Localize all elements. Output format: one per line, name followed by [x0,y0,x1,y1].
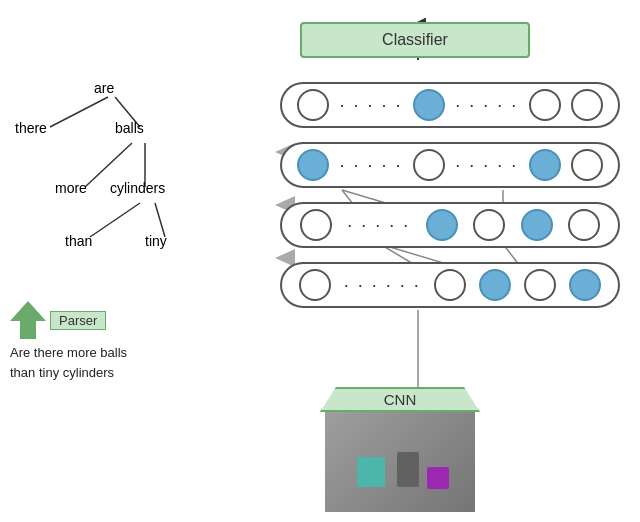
rnn-circle-2 [529,89,561,121]
rnn-circle-b1 [297,149,329,181]
rnn-dots-4: · · · · · [455,155,518,176]
rnn-circle-9 [299,269,331,301]
svg-line-18 [155,203,165,237]
svg-line-13 [50,97,108,127]
tree-node-there: there [15,120,47,136]
rnn-circle-3 [571,89,603,121]
rnn-section: · · · · · · · · · · · · · · · · · · · · … [280,70,620,320]
tree-node-tiny: tiny [145,233,167,249]
sentence-text: Are there more balls than tiny cylinders [10,343,127,382]
rnn-dots-3: · · · · · [339,155,402,176]
svg-marker-19 [10,301,46,339]
tree-node-balls: balls [115,120,144,136]
scene-image [325,412,475,512]
rnn-circle-b2 [529,149,561,181]
sentence-line2: than tiny cylinders [10,365,114,380]
rnn-dots-5: · · · · · [347,215,410,236]
tree-node-cylinders: cylinders [110,180,165,196]
rnn-circle-7 [473,209,505,241]
rnn-circle-blue [413,89,445,121]
parser-arrow-box: Parser [10,301,127,339]
cnn-section: CNN [320,387,480,512]
rnn-row-1: · · · · · · · · · · [280,80,620,130]
rnn-band-2: · · · · · · · · · · [280,142,620,188]
rnn-row-4: · · · · · · [280,260,620,310]
rnn-circle-b5 [479,269,511,301]
rnn-circle-b6 [569,269,601,301]
parser-arrow-icon [10,301,46,339]
rnn-band-1: · · · · · · · · · · [280,82,620,128]
parser-section: Parser Are there more balls than tiny cy… [10,301,127,382]
rnn-circle-5 [571,149,603,181]
tree-node-more: more [55,180,87,196]
rnn-circle-8 [568,209,600,241]
rnn-dots-6: · · · · · · [344,275,421,296]
rnn-circle-11 [524,269,556,301]
rnn-row-3: · · · · · [280,200,620,250]
rnn-dots: · · · · · [339,95,402,116]
rnn-circle-b3 [426,209,458,241]
classifier-label: Classifier [382,31,448,49]
rnn-band-4: · · · · · · [280,262,620,308]
svg-line-17 [90,203,140,237]
rnn-circle-4 [413,149,445,181]
rnn-circle-6 [300,209,332,241]
rnn-dots-2: · · · · · [455,95,518,116]
classifier-box: Classifier [300,22,530,58]
rnn-band-3: · · · · · [280,202,620,248]
tree-node-than: than [65,233,92,249]
tree-node-are: are [94,80,114,96]
parser-label: Parser [50,311,106,330]
rnn-circle [297,89,329,121]
cnn-label: CNN [320,387,480,412]
rnn-row-2: · · · · · · · · · · [280,140,620,190]
rnn-circle-10 [434,269,466,301]
rnn-circle-b4 [521,209,553,241]
sentence-line1: Are there more balls [10,345,127,360]
